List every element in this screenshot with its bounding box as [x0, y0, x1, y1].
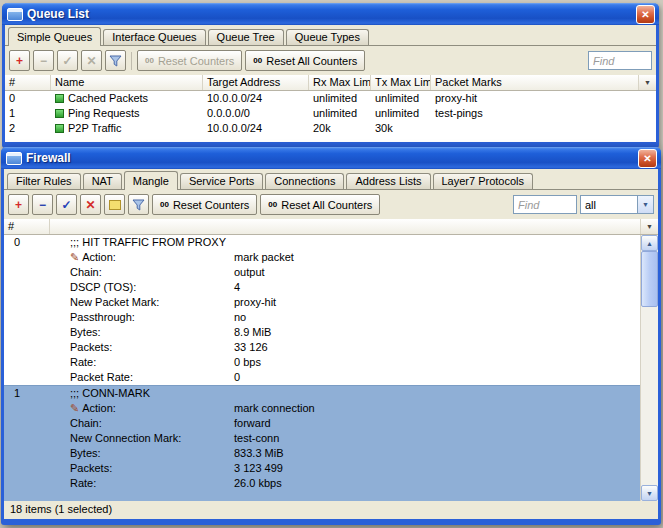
- field-label: Action:: [82, 250, 116, 265]
- rule-comment: ;;; HIT TRAFFIC FROM PROXY: [4, 235, 226, 250]
- queue-tx-limit: unlimited: [371, 106, 431, 121]
- vertical-scrollbar[interactable]: ▲ ▼: [640, 235, 658, 501]
- filter-button[interactable]: [128, 194, 149, 215]
- find-input[interactable]: [513, 195, 577, 214]
- queue-icon: [55, 94, 64, 103]
- reset-counters-button[interactable]: 00 Reset Counters: [152, 194, 257, 215]
- queue-rx-limit: unlimited: [309, 91, 371, 106]
- queue-table-header: # Name Target Address Rx Max Limit Tx Ma…: [5, 75, 656, 91]
- reset-all-counters-button[interactable]: 00 Reset All Counters: [245, 50, 365, 71]
- queue-list-window-title: Queue List: [27, 7, 632, 21]
- field-label: Packet Rate:: [70, 370, 133, 385]
- remove-button[interactable]: −: [33, 50, 54, 71]
- chevron-down-icon[interactable]: ▼: [637, 196, 653, 213]
- queue-row[interactable]: 1 Ping Requests 0.0.0.0/0 unlimited unli…: [5, 106, 656, 121]
- rule-number: 1: [14, 386, 20, 401]
- add-button[interactable]: +: [9, 50, 30, 71]
- queue-target: 0.0.0.0/0: [203, 106, 309, 121]
- reset-all-counters-button[interactable]: 00 Reset All Counters: [260, 194, 380, 215]
- sort-arrow-icon[interactable]: ▼: [638, 75, 656, 90]
- column-header-num[interactable]: #: [4, 219, 50, 234]
- chain-filter-dropdown[interactable]: all ▼: [580, 195, 654, 214]
- column-header-tx-max-limit[interactable]: Tx Max Limit: [371, 75, 431, 90]
- tab-queue-types[interactable]: Queue Types: [286, 29, 369, 45]
- field-label: Chain:: [70, 265, 102, 280]
- tab-service-ports[interactable]: Service Ports: [180, 173, 263, 189]
- field-label: Passthrough:: [70, 310, 135, 325]
- field-value: 4: [234, 280, 240, 295]
- queue-toolbar: + − ✓ ✕ 00 Reset Counters 00 Reset All C…: [5, 46, 656, 75]
- queue-list-titlebar[interactable]: Queue List ✕: [2, 3, 659, 25]
- tab-address-lists[interactable]: Address Lists: [346, 173, 430, 189]
- scroll-up-icon[interactable]: ▲: [641, 235, 658, 251]
- field-label: Packets:: [70, 340, 112, 355]
- scrollbar-track[interactable]: [641, 307, 658, 485]
- reset-all-counters-label: Reset All Counters: [266, 55, 357, 67]
- field-label: Bytes:: [70, 446, 101, 461]
- queue-row[interactable]: 0 Cached Packets 10.0.0.0/24 unlimited u…: [5, 91, 656, 106]
- queue-target: 10.0.0.0/24: [203, 121, 309, 136]
- enable-button[interactable]: ✓: [56, 194, 77, 215]
- tab-queue-tree[interactable]: Queue Tree: [208, 29, 284, 45]
- action-pencil-icon: ✎: [70, 403, 79, 414]
- tab-layer7-protocols[interactable]: Layer7 Protocols: [433, 173, 534, 189]
- field-label: DSCP (TOS):: [70, 280, 136, 295]
- field-value: output: [234, 265, 265, 280]
- disable-button[interactable]: ✕: [80, 194, 101, 215]
- tab-simple-queues[interactable]: Simple Queues: [8, 27, 101, 46]
- firewall-rule-list: 0 ;;; HIT TRAFFIC FROM PROXY ✎Action: ma…: [4, 235, 658, 501]
- scrollbar-thumb[interactable]: [641, 251, 658, 307]
- firewall-window-icon: [6, 152, 22, 165]
- queue-tabs: Simple Queues Interface Queues Queue Tre…: [5, 25, 656, 46]
- reset-counters-label: Reset Counters: [173, 199, 249, 211]
- disable-button[interactable]: ✕: [81, 50, 102, 71]
- column-header-target-address[interactable]: Target Address: [203, 75, 309, 90]
- funnel-icon: [132, 199, 145, 211]
- status-bar: 18 items (1 selected): [4, 501, 658, 519]
- reset-counters-button[interactable]: 00 Reset Counters: [137, 50, 242, 71]
- column-header-packet-marks[interactable]: Packet Marks: [431, 75, 638, 90]
- queue-row[interactable]: 2 P2P Traffic 10.0.0.0/24 20k 30k: [5, 121, 656, 136]
- queue-rx-limit: unlimited: [309, 106, 371, 121]
- comment-button[interactable]: [104, 194, 125, 215]
- tab-nat[interactable]: NAT: [83, 173, 122, 189]
- reset-counters-label: Reset Counters: [158, 55, 234, 67]
- enable-button[interactable]: ✓: [57, 50, 78, 71]
- tab-interface-queues[interactable]: Interface Queues: [103, 29, 205, 45]
- rule-number: 0: [14, 235, 20, 250]
- field-label: Rate:: [70, 476, 96, 491]
- queue-row-num: 0: [5, 91, 51, 106]
- add-button[interactable]: +: [8, 194, 29, 215]
- funnel-icon: [109, 55, 122, 67]
- tab-filter-rules[interactable]: Filter Rules: [7, 173, 81, 189]
- find-input[interactable]: [588, 51, 652, 70]
- field-value: 0: [234, 370, 240, 385]
- tab-connections[interactable]: Connections: [265, 173, 344, 189]
- tab-mangle[interactable]: Mangle: [124, 171, 178, 190]
- field-value: 0 bps: [234, 355, 261, 370]
- column-header-name[interactable]: Name: [51, 75, 203, 90]
- firewall-titlebar[interactable]: Firewall ✕: [1, 147, 661, 169]
- scroll-down-icon[interactable]: ▼: [641, 485, 658, 501]
- close-icon[interactable]: ✕: [636, 5, 655, 24]
- field-label: New Connection Mark:: [70, 431, 181, 446]
- field-value: 833.3 MiB: [234, 446, 284, 461]
- queue-tx-limit: 30k: [371, 121, 431, 136]
- filter-button[interactable]: [105, 50, 126, 71]
- remove-button[interactable]: −: [32, 194, 53, 215]
- field-value: no: [234, 310, 246, 325]
- mangle-rule-1[interactable]: 1 ;;; CONN-MARK ✎Action: mark connection…: [4, 385, 640, 501]
- close-icon[interactable]: ✕: [638, 149, 657, 168]
- queue-packet-marks: [431, 121, 656, 136]
- column-header-rx-max-limit[interactable]: Rx Max Limit: [309, 75, 371, 90]
- sort-arrow-icon[interactable]: ▼: [640, 219, 658, 234]
- mangle-rule-0[interactable]: 0 ;;; HIT TRAFFIC FROM PROXY ✎Action: ma…: [4, 235, 640, 385]
- field-value: proxy-hit: [234, 295, 276, 310]
- field-label: Chain:: [70, 416, 102, 431]
- queue-list-body: 0 Cached Packets 10.0.0.0/24 unlimited u…: [5, 91, 656, 142]
- queue-name: Ping Requests: [68, 106, 140, 121]
- queue-icon: [55, 109, 64, 118]
- queue-rx-limit: 20k: [309, 121, 371, 136]
- column-header-num[interactable]: #: [5, 75, 51, 90]
- action-pencil-icon: ✎: [70, 252, 79, 263]
